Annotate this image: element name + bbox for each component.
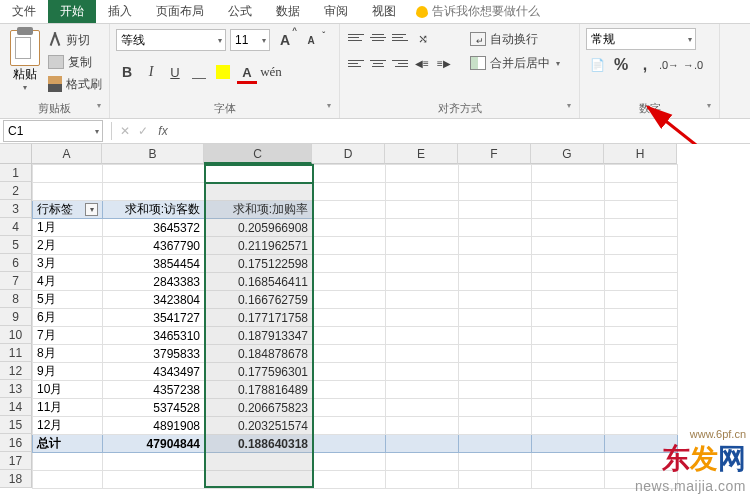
cell[interactable] [386,273,459,291]
cell[interactable] [313,273,386,291]
column-header-F[interactable]: F [458,144,531,164]
column-header-D[interactable]: D [312,144,385,164]
pivot-visitors-value[interactable]: 4367790 [103,237,205,255]
cell[interactable] [459,399,532,417]
cell[interactable] [459,201,532,219]
row-header-4[interactable]: 4 [0,218,32,236]
row-header-10[interactable]: 10 [0,326,32,344]
cell[interactable] [33,165,103,183]
row-header-7[interactable]: 7 [0,272,32,290]
cell[interactable] [386,453,459,471]
pivot-row-label[interactable]: 3月 [33,255,103,273]
number-format-combo[interactable]: 常规 [586,28,696,50]
menu-home[interactable]: 开始 [48,0,96,23]
pivot-row-label[interactable]: 11月 [33,399,103,417]
row-header-2[interactable]: 2 [0,182,32,200]
cell[interactable] [386,471,459,489]
pivot-row-label[interactable]: 4月 [33,273,103,291]
column-header-H[interactable]: H [604,144,677,164]
cell[interactable] [532,381,605,399]
cell[interactable] [605,255,678,273]
cell[interactable] [313,201,386,219]
cell[interactable] [532,309,605,327]
decrease-decimal-button[interactable]: →.0 [682,54,704,76]
row-header-14[interactable]: 14 [0,398,32,416]
cell[interactable] [313,417,386,435]
cell[interactable] [459,309,532,327]
menu-view[interactable]: 视图 [360,0,408,23]
row-header-11[interactable]: 11 [0,344,32,362]
cell[interactable] [532,237,605,255]
enter-icon[interactable]: ✓ [134,124,152,138]
cell[interactable] [386,201,459,219]
cut-button[interactable]: 剪切 [48,30,102,50]
align-center-button[interactable] [368,54,388,72]
pivot-addrate-value[interactable]: 0.206675823 [205,399,313,417]
align-top-button[interactable] [346,28,366,46]
cell[interactable] [313,399,386,417]
cell[interactable] [459,435,532,453]
cell[interactable] [33,453,103,471]
copy-button[interactable]: 复制 [48,52,102,72]
row-header-13[interactable]: 13 [0,380,32,398]
cell[interactable] [313,471,386,489]
pivot-visitors-value[interactable]: 5374528 [103,399,205,417]
cell[interactable] [459,417,532,435]
cell[interactable] [459,291,532,309]
pivot-header-rowlabel[interactable]: 行标签▾ [33,201,103,219]
pivot-addrate-value[interactable]: 0.187913347 [205,327,313,345]
increase-decimal-button[interactable]: .0→ [658,54,680,76]
pivot-addrate-value[interactable]: 0.178816489 [205,381,313,399]
cell[interactable] [33,183,103,201]
cell[interactable] [313,309,386,327]
orientation-button[interactable]: ⤭ [412,28,434,50]
cell[interactable] [205,165,313,183]
cell[interactable] [459,165,532,183]
pivot-row-label[interactable]: 5月 [33,291,103,309]
accounting-format-button[interactable]: 📄 [586,54,608,76]
cell[interactable] [313,345,386,363]
row-header-9[interactable]: 9 [0,308,32,326]
pivot-row-label[interactable]: 7月 [33,327,103,345]
fx-button[interactable]: fx [152,124,174,138]
pivot-visitors-value[interactable]: 4891908 [103,417,205,435]
align-left-button[interactable] [346,54,366,72]
column-header-G[interactable]: G [531,144,604,164]
cell[interactable] [313,219,386,237]
cell[interactable] [605,399,678,417]
cell[interactable] [605,183,678,201]
pivot-visitors-value[interactable]: 4343497 [103,363,205,381]
font-size-combo[interactable]: 11 [230,29,270,51]
name-box[interactable]: C1 [3,120,103,142]
cell[interactable] [459,273,532,291]
pivot-addrate-value[interactable]: 0.168546411 [205,273,313,291]
pivot-header-addrate[interactable]: 求和项:加购率 [205,201,313,219]
pivot-addrate-value[interactable]: 0.184878678 [205,345,313,363]
decrease-indent-button[interactable]: ◀≡ [412,54,432,72]
pivot-row-label[interactable]: 12月 [33,417,103,435]
row-header-8[interactable]: 8 [0,290,32,308]
pivot-addrate-value[interactable]: 0.166762759 [205,291,313,309]
underline-button[interactable]: U [164,61,186,83]
cell[interactable] [532,471,605,489]
decrease-font-button[interactable]: A [300,29,322,51]
menu-data[interactable]: 数据 [264,0,312,23]
pivot-addrate-value[interactable]: 0.205966908 [205,219,313,237]
pivot-addrate-value[interactable]: 0.175122598 [205,255,313,273]
font-name-combo[interactable]: 等线 [116,29,226,51]
increase-indent-button[interactable]: ≡▶ [434,54,454,72]
cell[interactable] [313,165,386,183]
comma-style-button[interactable]: , [634,54,656,76]
cell[interactable] [459,183,532,201]
phonetic-guide-button[interactable]: wén [260,61,282,83]
cell[interactable] [532,291,605,309]
align-bottom-button[interactable] [390,28,410,46]
cell[interactable] [605,381,678,399]
cell[interactable] [459,219,532,237]
formula-input[interactable] [174,120,750,142]
cell[interactable] [313,381,386,399]
filter-button[interactable]: ▾ [85,203,98,216]
pivot-header-visitors[interactable]: 求和项:访客数 [103,201,205,219]
pivot-visitors-value[interactable]: 3854454 [103,255,205,273]
cell[interactable] [313,327,386,345]
